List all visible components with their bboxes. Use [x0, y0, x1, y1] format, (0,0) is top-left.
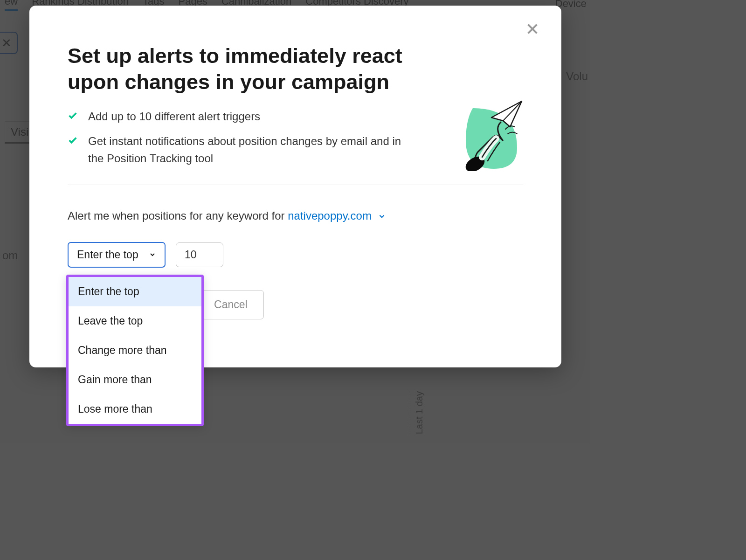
dropdown-option-enter-top[interactable]: Enter the top: [69, 277, 201, 306]
check-icon: [68, 111, 78, 121]
chevron-down-icon: [149, 251, 156, 258]
check-icon: [68, 135, 78, 145]
dropdown-option-leave-top[interactable]: Leave the top: [69, 306, 201, 336]
chevron-down-icon: [378, 210, 386, 223]
dropdown-option-lose-more[interactable]: Lose more than: [69, 394, 201, 424]
domain-name: nativepoppy.com: [288, 209, 372, 222]
modal-title: Set up alerts to immediately react upon …: [68, 43, 431, 96]
divider: [68, 185, 523, 185]
threshold-input[interactable]: [176, 242, 223, 267]
condition-type-dropdown: Enter the top Leave the top Change more …: [66, 275, 204, 426]
alert-sentence-text: Alert me when positions for any keyword …: [68, 209, 288, 222]
condition-controls: Enter the top: [68, 242, 523, 268]
dropdown-option-change-more[interactable]: Change more than: [69, 336, 201, 365]
feature-text: Add up to 10 different alert triggers: [88, 108, 260, 125]
close-button[interactable]: [523, 20, 542, 38]
paper-plane-illustration: [449, 97, 524, 171]
domain-selector[interactable]: nativepoppy.com: [288, 209, 386, 222]
condition-type-select[interactable]: Enter the top: [68, 242, 166, 268]
dropdown-option-gain-more[interactable]: Gain more than: [69, 365, 201, 394]
close-icon: [525, 21, 540, 36]
condition-type-selected: Enter the top: [77, 249, 138, 261]
cancel-button[interactable]: Cancel: [198, 290, 264, 319]
alert-condition-sentence: Alert me when positions for any keyword …: [68, 209, 523, 223]
feature-text: Get instant notifications about position…: [88, 132, 410, 167]
